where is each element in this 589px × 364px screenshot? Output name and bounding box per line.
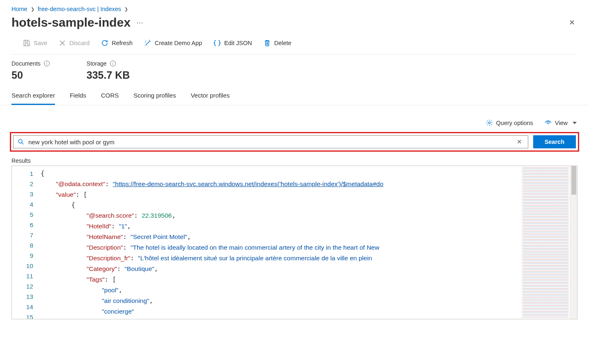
trash-icon [264,39,271,47]
search-box: ✕ [13,135,528,148]
info-icon[interactable]: i [110,61,116,66]
save-icon [23,39,30,47]
command-bar: Save Discard Refresh Create Demo App Edi… [11,39,578,55]
refresh-button[interactable]: Refresh [101,39,133,47]
search-input[interactable] [28,139,515,146]
page-header: hotels-sample-index ⋯ ✕ [0,16,589,39]
results-editor: 123456789101112131415 { "@odata.context"… [11,166,578,319]
svg-point-0 [488,122,490,123]
clear-search-icon[interactable]: ✕ [515,138,524,146]
breadcrumb-service[interactable]: free-demo-search-svc | Indexes [38,6,121,12]
save-button[interactable]: Save [23,39,47,47]
scrollbar[interactable] [570,166,577,319]
x-icon [59,39,66,47]
wand-icon [144,39,151,47]
json-code[interactable]: { "@odata.context": "https://free-demo-s… [41,166,521,319]
more-icon[interactable]: ⋯ [136,18,143,27]
search-icon [18,139,24,145]
tab-search-explorer[interactable]: Search explorer [11,92,55,105]
options-row: Query options View [0,119,589,132]
info-icon[interactable]: i [44,61,50,66]
discard-button[interactable]: Discard [59,39,89,47]
chevron-down-icon [573,122,577,124]
delete-button[interactable]: Delete [264,39,291,47]
eye-icon [545,119,552,126]
search-highlight: ✕ Search [10,132,579,152]
tab-vector-profiles[interactable]: Vector profiles [191,92,230,105]
storage-value: 335.7 KB [87,69,130,81]
close-icon[interactable]: ✕ [566,16,578,30]
tab-scoring-profiles[interactable]: Scoring profiles [133,92,176,105]
breadcrumb: Home ❯ free-demo-search-svc | Indexes ❯ [0,0,589,16]
search-button[interactable]: Search [533,135,576,148]
chevron-right-icon: ❯ [124,7,128,12]
create-demo-button[interactable]: Create Demo App [144,39,202,47]
view-button[interactable]: View [545,119,577,126]
refresh-icon [101,39,108,47]
line-gutter: 123456789101112131415 [12,166,41,319]
documents-label: Documents [11,60,41,67]
gear-icon [486,119,493,126]
minimap[interactable] [521,166,570,319]
braces-icon [213,39,221,47]
results-label: Results [0,157,589,166]
tab-cors[interactable]: CORS [101,92,119,105]
svg-point-1 [18,139,22,143]
storage-stat: Storage i 335.7 KB [87,60,130,81]
edit-json-button[interactable]: Edit JSON [213,39,252,47]
tab-fields[interactable]: Fields [70,92,86,105]
query-options-button[interactable]: Query options [486,119,533,126]
stats-row: Documents i 50 Storage i 335.7 KB [0,60,589,92]
page-title: hotels-sample-index [11,16,131,30]
documents-stat: Documents i 50 [11,60,50,81]
chevron-right-icon: ❯ [31,7,34,12]
documents-value: 50 [11,69,50,81]
breadcrumb-home[interactable]: Home [11,6,28,12]
tab-bar: Search explorer Fields CORS Scoring prof… [0,92,589,105]
storage-label: Storage [87,60,107,67]
